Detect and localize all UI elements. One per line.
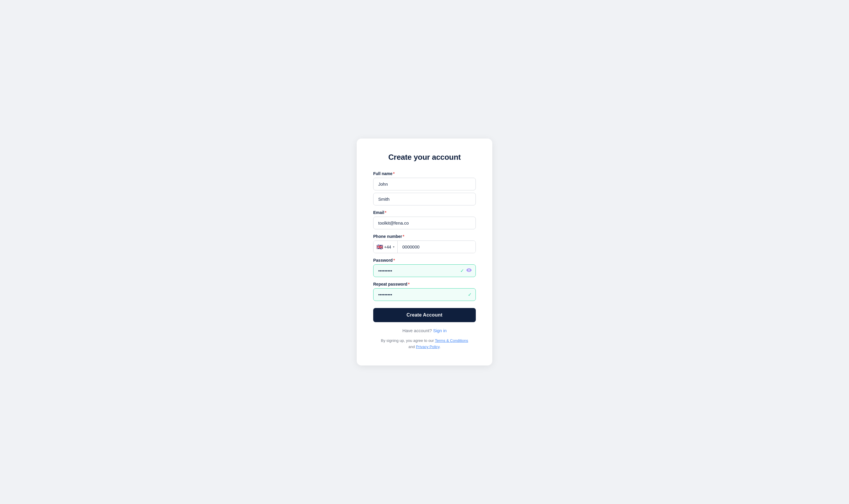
email-group: Email*: [373, 210, 476, 229]
country-code: +44: [384, 245, 391, 249]
email-label: Email*: [373, 210, 476, 215]
repeat-password-input-wrapper: ✓: [373, 288, 476, 301]
repeat-password-icons: ✓: [468, 292, 472, 298]
first-name-group: Full name*: [373, 171, 476, 191]
phone-label: Phone number*: [373, 234, 476, 239]
required-indicator: *: [393, 258, 395, 263]
repeat-password-label: Repeat password*: [373, 282, 476, 287]
check-icon: ✓: [460, 268, 464, 273]
required-indicator: *: [393, 171, 394, 176]
privacy-link[interactable]: Privacy Policy: [416, 345, 439, 349]
repeat-password-input[interactable]: [373, 288, 476, 301]
eye-icon[interactable]: [466, 268, 472, 273]
first-name-input[interactable]: [373, 178, 476, 191]
chevron-down-icon: ▾: [393, 245, 394, 249]
page-title: Create your account: [373, 153, 476, 162]
repeat-password-group: Repeat password* ✓: [373, 282, 476, 301]
required-indicator: *: [403, 234, 404, 239]
full-name-label: Full name*: [373, 171, 476, 176]
create-account-button[interactable]: Create Account: [373, 308, 476, 322]
last-name-group: [373, 193, 476, 205]
registration-card: Create your account Full name* Email* Ph…: [357, 139, 492, 365]
password-label: Password*: [373, 258, 476, 263]
terms-link[interactable]: Terms & Conditions: [435, 338, 468, 343]
phone-field-wrapper: 🇬🇧 +44 ▾: [373, 240, 476, 253]
password-icons: ✓: [460, 268, 472, 273]
last-name-input[interactable]: [373, 193, 476, 205]
password-group: Password* ✓: [373, 258, 476, 277]
required-indicator: *: [385, 210, 386, 215]
country-selector[interactable]: 🇬🇧 +44 ▾: [374, 241, 398, 253]
signin-prompt: Have account? Sign in: [373, 328, 476, 333]
required-indicator: *: [408, 282, 410, 287]
terms-text: By signing up, you agree to our Terms & …: [373, 338, 476, 350]
country-flag-icon: 🇬🇧: [377, 244, 383, 250]
password-input-wrapper: ✓: [373, 264, 476, 277]
registration-form: Full name* Email* Phone number* 🇬🇧 +44: [373, 171, 476, 322]
email-input[interactable]: [373, 217, 476, 229]
signin-link[interactable]: Sign in: [433, 328, 447, 333]
check-icon: ✓: [468, 292, 472, 298]
phone-input[interactable]: [398, 241, 475, 253]
phone-group: Phone number* 🇬🇧 +44 ▾: [373, 234, 476, 253]
